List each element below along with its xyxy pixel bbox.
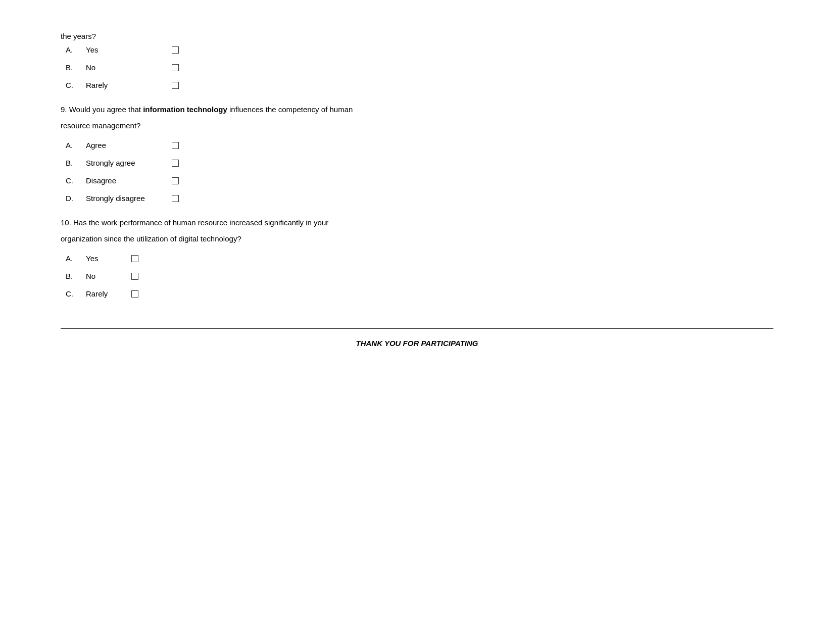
q8-checkbox-a[interactable] xyxy=(172,46,179,54)
q10-options-list: A. Yes B. No C. Rarely xyxy=(66,254,773,298)
q9-text-line2: resource management? xyxy=(61,120,773,132)
q9-option-b: B. Strongly agree xyxy=(66,159,773,167)
q9-option-a: A. Agree xyxy=(66,141,773,150)
q9-option-c: C. Disagree xyxy=(66,176,773,185)
q9-option-d-text: Strongly disagree xyxy=(86,194,167,203)
q9-checkbox-a[interactable] xyxy=(172,142,179,149)
q9-options-list: A. Agree B. Strongly agree C. Disagree D… xyxy=(66,141,773,203)
q8-option-b-label: B. xyxy=(66,63,86,72)
q10-option-c: C. Rarely xyxy=(66,289,773,298)
q8-checkbox-b[interactable] xyxy=(172,64,179,71)
q10-checkbox-c[interactable] xyxy=(131,290,138,298)
q9-text: 9. Would you agree that information tech… xyxy=(61,104,773,116)
q9-option-b-label: B. xyxy=(66,159,86,167)
q10-option-b: B. No xyxy=(66,272,773,280)
q8-option-c-label: C. xyxy=(66,81,86,89)
q8-option-c-text: Rarely xyxy=(86,81,167,89)
thank-you-text: THANK YOU FOR PARTICIPATING xyxy=(61,339,773,348)
q8-option-c: C. Rarely xyxy=(66,81,773,89)
q9-option-d-label: D. xyxy=(66,194,86,203)
q8-checkbox-c[interactable] xyxy=(172,82,179,89)
footer-divider xyxy=(61,328,773,329)
q9-checkbox-d[interactable] xyxy=(172,195,179,202)
q8-option-a: A. Yes xyxy=(66,45,773,54)
q10-text-line2: organization since the utilization of di… xyxy=(61,233,773,245)
q9-option-d: D. Strongly disagree xyxy=(66,194,773,203)
q9-option-b-text: Strongly agree xyxy=(86,159,167,167)
q8-option-a-label: A. xyxy=(66,45,86,54)
q9-option-a-label: A. xyxy=(66,141,86,150)
q8-option-b-text: No xyxy=(86,63,167,72)
q10-option-a-text: Yes xyxy=(86,254,126,263)
q10-option-a-label: A. xyxy=(66,254,86,263)
q9-option-c-text: Disagree xyxy=(86,176,167,185)
q10-option-b-text: No xyxy=(86,272,126,280)
q10-option-b-label: B. xyxy=(66,272,86,280)
q9-checkbox-c[interactable] xyxy=(172,177,179,184)
q10-checkbox-a[interactable] xyxy=(131,255,138,262)
q8-option-a-text: Yes xyxy=(86,45,167,54)
q10-checkbox-b[interactable] xyxy=(131,273,138,280)
page-container: the years? A. Yes B. No C. Rarely 9. Wou… xyxy=(0,0,834,644)
q9-option-c-label: C. xyxy=(66,176,86,185)
q9-option-a-text: Agree xyxy=(86,141,167,150)
q10-option-a: A. Yes xyxy=(66,254,773,263)
q10-option-c-label: C. xyxy=(66,289,86,298)
intro-text: the years? xyxy=(61,30,773,42)
q8-option-b: B. No xyxy=(66,63,773,72)
q10-option-c-text: Rarely xyxy=(86,289,126,298)
q10-text: 10. Has the work performance of human re… xyxy=(61,217,773,229)
q8-options-list: A. Yes B. No C. Rarely xyxy=(66,45,773,89)
q9-checkbox-b[interactable] xyxy=(172,160,179,167)
q9-highlight: information technology xyxy=(143,105,227,114)
